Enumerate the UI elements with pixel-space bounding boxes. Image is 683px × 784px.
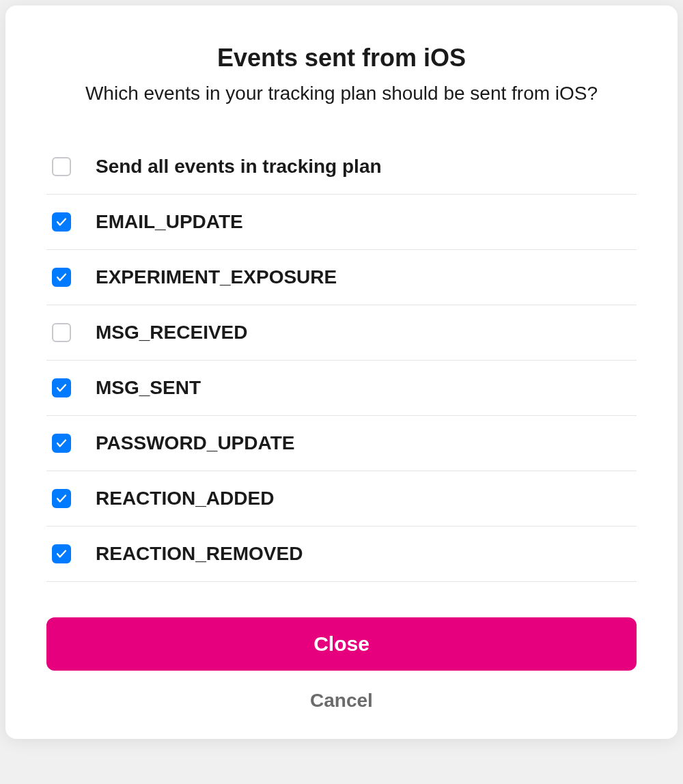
event-label: EXPERIMENT_EXPOSURE	[96, 266, 337, 288]
event-row[interactable]: REACTION_REMOVED	[46, 527, 637, 582]
event-label: PASSWORD_UPDATE	[96, 432, 294, 454]
event-checkbox[interactable]	[52, 489, 71, 508]
modal-header: Events sent from iOS Which events in you…	[46, 44, 637, 107]
checkmark-icon	[55, 548, 68, 560]
select-all-row[interactable]: Send all events in tracking plan	[46, 139, 637, 195]
event-label: EMAIL_UPDATE	[96, 211, 243, 233]
modal-actions: Close Cancel	[46, 617, 637, 712]
event-checkbox[interactable]	[52, 323, 71, 342]
checkmark-icon	[55, 492, 68, 505]
event-row[interactable]: EXPERIMENT_EXPOSURE	[46, 250, 637, 305]
checkmark-icon	[55, 271, 68, 283]
select-all-checkbox[interactable]	[52, 157, 71, 176]
checkmark-icon	[55, 437, 68, 449]
select-all-label: Send all events in tracking plan	[96, 156, 382, 178]
event-row[interactable]: MSG_RECEIVED	[46, 305, 637, 361]
event-row[interactable]: MSG_SENT	[46, 361, 637, 416]
event-row[interactable]: PASSWORD_UPDATE	[46, 416, 637, 471]
event-label: REACTION_ADDED	[96, 488, 274, 509]
event-checkbox[interactable]	[52, 544, 71, 563]
event-label: MSG_RECEIVED	[96, 322, 248, 344]
event-row[interactable]: REACTION_ADDED	[46, 471, 637, 527]
close-button[interactable]: Close	[46, 617, 637, 671]
events-modal: Events sent from iOS Which events in you…	[5, 5, 678, 739]
event-row[interactable]: EMAIL_UPDATE	[46, 195, 637, 250]
event-checkbox[interactable]	[52, 434, 71, 453]
event-list: Send all events in tracking plan EMAIL_U…	[46, 139, 637, 582]
checkmark-icon	[55, 216, 68, 228]
event-checkbox[interactable]	[52, 212, 71, 232]
modal-subtitle: Which events in your tracking plan shoul…	[48, 81, 635, 107]
event-label: MSG_SENT	[96, 377, 201, 399]
cancel-button[interactable]: Cancel	[310, 690, 373, 712]
modal-title: Events sent from iOS	[46, 44, 637, 72]
event-checkbox[interactable]	[52, 268, 71, 287]
event-checkbox[interactable]	[52, 378, 71, 397]
event-label: REACTION_REMOVED	[96, 543, 303, 565]
checkmark-icon	[55, 382, 68, 394]
